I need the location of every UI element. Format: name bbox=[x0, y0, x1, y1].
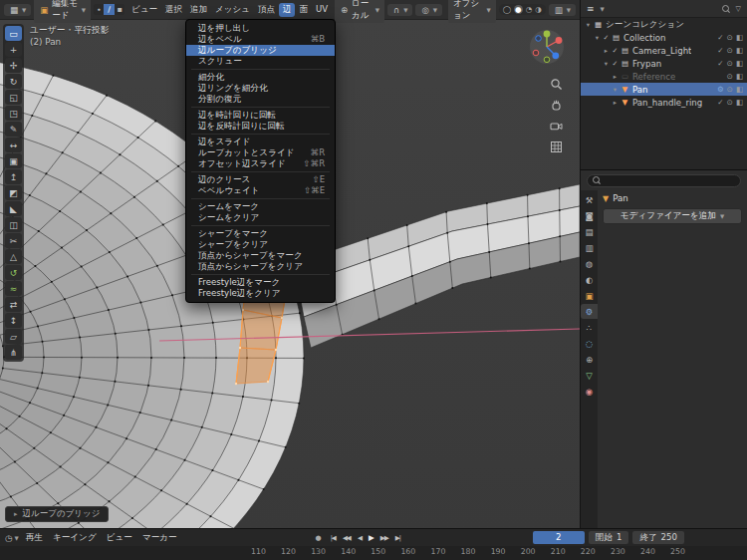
camera-toggle-icon[interactable]: ◧ bbox=[736, 46, 743, 55]
mode-dropdown[interactable]: ▣ 編集モード ▼ bbox=[34, 0, 91, 23]
check-toggle-icon[interactable]: ✓ bbox=[717, 98, 723, 107]
camera-toggle-icon[interactable]: ◧ bbox=[736, 98, 743, 107]
select-mode-face[interactable]: ▪ bbox=[115, 4, 124, 15]
outliner-row-Frypan[interactable]: ▾✓▤Frypan✓⊙◧ bbox=[581, 57, 747, 70]
tab-constraints[interactable]: ⊕ bbox=[581, 352, 598, 367]
measure-tool-button[interactable]: ↔ bbox=[5, 138, 22, 152]
outliner-row-Camera_Light[interactable]: ▸✓▤Camera_Light✓⊙◧ bbox=[581, 44, 747, 57]
eye-toggle-icon[interactable]: ⊙ bbox=[727, 59, 733, 68]
select-box-tool-button[interactable]: ▭ bbox=[5, 26, 22, 41]
menu-item[interactable]: シームをクリア bbox=[186, 212, 335, 223]
tab-world[interactable]: ◐ bbox=[581, 272, 598, 287]
edge-slide-tool-button[interactable]: ⇄ bbox=[5, 297, 22, 312]
tab-view-layer[interactable]: ▥ bbox=[581, 240, 598, 255]
menu-item[interactable]: オフセット辺スライド⇧⌘R bbox=[186, 158, 335, 169]
shading-rendered-icon[interactable]: ◑ bbox=[535, 5, 542, 14]
properties-searchbox[interactable] bbox=[587, 174, 741, 187]
rip-region-tool-button[interactable]: ⋔ bbox=[5, 345, 22, 360]
menu-item[interactable]: 辺リングを細分化 bbox=[186, 83, 335, 94]
eye-toggle-icon[interactable]: ⊙ bbox=[727, 46, 733, 55]
camera-view-icon[interactable] bbox=[550, 120, 563, 133]
tab-object-data[interactable]: ▽ bbox=[581, 368, 598, 383]
check-toggle-icon[interactable]: ✓ bbox=[717, 59, 723, 68]
expander-icon[interactable]: ▾ bbox=[602, 60, 611, 68]
play-reverse-button[interactable]: ◀ bbox=[355, 533, 365, 543]
smooth-tool-button[interactable]: ≈ bbox=[5, 281, 22, 296]
menu-item[interactable]: ベベルウェイト⇧⌘E bbox=[186, 185, 335, 196]
orientation-dropdown[interactable]: ⊕ ローカル ▼ bbox=[335, 0, 384, 23]
scale-tool-button[interactable]: ◱ bbox=[5, 90, 22, 105]
auto-keying-icon[interactable]: ● bbox=[312, 534, 326, 542]
outliner-editor-icon[interactable]: ≡ bbox=[587, 4, 595, 14]
prev-keyframe-button[interactable]: ◀◀ bbox=[340, 533, 354, 543]
operator-redo-panel[interactable]: ▸ 辺ループのブリッジ bbox=[5, 506, 109, 522]
tab-material[interactable]: ◉ bbox=[581, 384, 598, 399]
menu-item[interactable]: Freestyle辺をマーク bbox=[186, 277, 335, 288]
timeline-menu-マーカー[interactable]: マーカー bbox=[137, 531, 182, 545]
add-modifier-button[interactable]: モディファイアーを追加 ▼ bbox=[603, 208, 742, 224]
expander-icon[interactable]: ▾ bbox=[584, 21, 593, 29]
expander-icon[interactable]: ▸ bbox=[611, 99, 620, 107]
tab-tool[interactable]: ⚒ bbox=[581, 192, 598, 207]
menu-item[interactable]: 辺を時計回りに回転 bbox=[186, 110, 335, 121]
menu-item[interactable]: スクリュー bbox=[186, 56, 335, 67]
menu-item[interactable]: 辺ループのブリッジ bbox=[186, 45, 335, 56]
tab-physics[interactable]: ◌ bbox=[581, 336, 598, 351]
editor-type-dropdown[interactable]: ▦ ▼ bbox=[4, 4, 31, 16]
checkbox-icon[interactable]: ✓ bbox=[611, 60, 620, 68]
expander-icon[interactable]: ▸ bbox=[602, 47, 611, 55]
tab-scene[interactable]: ◍ bbox=[581, 256, 598, 271]
eye-toggle-icon[interactable]: ⊙ bbox=[727, 33, 733, 42]
checkbox-icon[interactable]: ✓ bbox=[611, 47, 620, 55]
expander-icon[interactable]: ▾ bbox=[611, 86, 620, 94]
outliner-row-Collection[interactable]: ▾✓▤Collection✓⊙◧ bbox=[581, 31, 747, 44]
cursor-tool-button[interactable]: + bbox=[5, 42, 22, 57]
menu-頂点[interactable]: 頂点 bbox=[254, 3, 279, 17]
menu-item[interactable]: 辺を押し出し bbox=[186, 23, 335, 34]
menu-item[interactable]: 分割の復元 bbox=[186, 94, 335, 105]
menu-item[interactable]: シームをマーク bbox=[186, 201, 335, 212]
next-keyframe-button[interactable]: ▶▶ bbox=[377, 533, 391, 543]
shrink-fatten-tool-button[interactable]: ↕ bbox=[5, 313, 22, 328]
tab-output[interactable]: ▤ bbox=[581, 224, 598, 239]
menu-面[interactable]: 面 bbox=[295, 3, 312, 17]
pan-hand-icon[interactable] bbox=[550, 99, 563, 112]
shading-material-icon[interactable]: ◔ bbox=[526, 5, 533, 14]
extrude-tool-button[interactable]: ↥ bbox=[5, 169, 22, 184]
spin-tool-button[interactable]: ↺ bbox=[5, 265, 22, 280]
overlays-dropdown[interactable]: ▥ ▼ bbox=[549, 4, 576, 16]
timeline-menu-ビュー[interactable]: ビュー bbox=[102, 531, 137, 545]
menu-item[interactable]: 頂点からシャープをマーク bbox=[186, 250, 335, 261]
tab-object[interactable]: ▣ bbox=[581, 288, 598, 303]
eye-toggle-icon[interactable]: ⊙ bbox=[727, 85, 733, 94]
search-input[interactable] bbox=[605, 175, 735, 185]
menu-item[interactable]: 細分化 bbox=[186, 72, 335, 83]
expander-icon[interactable]: ▾ bbox=[593, 34, 602, 42]
menu-item[interactable]: Freestyle辺をクリア bbox=[186, 288, 335, 299]
menu-item[interactable]: 辺をベベル⌘B bbox=[186, 34, 335, 45]
zoom-icon[interactable] bbox=[550, 78, 563, 91]
camera-toggle-icon[interactable]: ◧ bbox=[736, 85, 743, 94]
inset-faces-tool-button[interactable]: ◩ bbox=[5, 185, 22, 200]
navigation-gizmo[interactable] bbox=[528, 28, 566, 66]
eye-toggle-icon[interactable]: ⊙ bbox=[727, 98, 733, 107]
rotate-tool-button[interactable]: ↻ bbox=[5, 74, 22, 89]
grid-view-icon[interactable] bbox=[550, 140, 563, 153]
outliner-row-Pan[interactable]: ▾▼Pan⚙⊙◧ bbox=[581, 83, 747, 96]
jump-to-start-button[interactable]: |◀ bbox=[328, 533, 339, 543]
menu-ビュー[interactable]: ビュー bbox=[127, 3, 161, 17]
add-cube-tool-button[interactable]: ▣ bbox=[5, 153, 22, 168]
tab-particles[interactable]: ∴ bbox=[581, 320, 598, 335]
timeline-ruler[interactable]: 1101201301401501601701801902002102202302… bbox=[0, 546, 747, 560]
check-toggle-icon[interactable]: ✓ bbox=[717, 46, 723, 55]
menu-item[interactable]: 辺のクリース⇧E bbox=[186, 174, 335, 185]
outliner-row-Pan_handle_ring[interactable]: ▸▼Pan_handle_ring✓⊙◧ bbox=[581, 96, 747, 109]
jump-to-end-button[interactable]: ▶| bbox=[392, 533, 403, 543]
snap-dropdown[interactable]: ∩ ▼ bbox=[387, 4, 412, 16]
frame-start-field[interactable]: 開始 1 bbox=[589, 531, 629, 544]
bevel-tool-button[interactable]: ◣ bbox=[5, 201, 22, 216]
menu-item[interactable]: ループカットとスライド⌘R bbox=[186, 147, 335, 158]
tab-modifiers[interactable]: ⚙ bbox=[581, 304, 598, 319]
search-icon[interactable] bbox=[722, 5, 730, 13]
menu-item[interactable]: 辺をスライド bbox=[186, 137, 335, 147]
